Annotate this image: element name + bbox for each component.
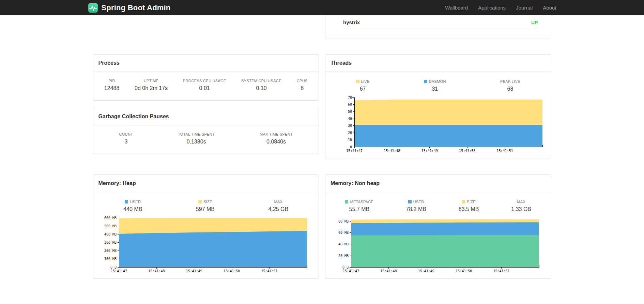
svg-text:500 MB: 500 MB (104, 224, 116, 228)
metric-label: CPUS (297, 79, 308, 83)
used-swatch-icon (408, 200, 412, 203)
nav-item-applications[interactable]: Applications (473, 0, 511, 15)
svg-text:40: 40 (348, 117, 352, 121)
legend-value: 31 (424, 86, 446, 92)
metric-value: 0.1380s (178, 139, 215, 145)
legend-item-max: MAX 4.25 GB (269, 200, 289, 212)
svg-text:15:41:51: 15:41:51 (261, 269, 277, 273)
daemon-swatch-icon (424, 80, 427, 83)
used-swatch-icon (125, 200, 128, 203)
metric-system-cpu-usage: SYSTEM CPU USAGE 0.10 (241, 79, 281, 91)
metric-uptime: UPTIME 0d 0h 2m 17s (135, 79, 168, 91)
legend-item-used: USED 78.2 MB (406, 200, 426, 212)
memory-heap-panel: Memory: Heap USED 440 MB SIZE 597 MB MAX… (93, 174, 319, 278)
svg-text:15:41:48: 15:41:48 (380, 269, 397, 273)
process-panel: Process PID 12488 UPTIME 0d 0h 2m 17s PR… (93, 54, 319, 101)
heap-legend: USED 440 MB SIZE 597 MB MAX 4.25 GB (93, 192, 319, 212)
svg-text:80 MB: 80 MB (338, 219, 349, 223)
svg-text:200 MB: 200 MB (104, 249, 116, 253)
legend-label: USED (123, 200, 142, 204)
brand-link[interactable]: Spring Boot Admin (88, 3, 171, 13)
heap-chart: 0 B100 MB200 MB300 MB400 MB500 MB600 MB1… (98, 215, 310, 275)
svg-text:40 MB: 40 MB (338, 242, 349, 246)
empty-column (93, 15, 319, 38)
legend-item-max: MAX 1.33 GB (511, 200, 531, 212)
threads-legend: LIVE 67 DAEMON 31 PEAK LIVE 68 (325, 72, 551, 92)
svg-text:15:41:47: 15:41:47 (343, 269, 359, 273)
metric-value: 0.01 (183, 85, 226, 91)
metric-value: 3 (119, 139, 133, 145)
nav-item-wallboard[interactable]: Wallboard (440, 0, 473, 15)
threads-chart: 01020304050607015:41:4715:41:4815:41:491… (334, 95, 545, 154)
threads-chart-wrap: 01020304050607015:41:4715:41:4815:41:491… (325, 92, 551, 158)
svg-text:20: 20 (348, 131, 352, 135)
metric-gc-count: COUNT 3 (119, 132, 133, 145)
svg-text:15:41:47: 15:41:47 (110, 269, 127, 273)
gc-panel: Garbage Collection Pauses COUNT 3 TOTAL … (93, 108, 319, 154)
metric-value: 12488 (104, 85, 120, 91)
svg-text:70: 70 (348, 96, 352, 100)
metric-label: PID (104, 79, 120, 83)
metric-label: MAX TIME SPENT (260, 132, 293, 136)
threads-panel: Threads LIVE 67 DAEMON 31 PEAK LIVE 68 (325, 54, 551, 158)
memory-heap-panel-title: Memory: Heap (93, 175, 319, 192)
svg-text:0 B: 0 B (342, 265, 349, 269)
legend-item-live: LIVE 67 (356, 79, 370, 92)
metric-gc-total-time: TOTAL TIME SPENT 0.1380s (178, 132, 215, 145)
svg-text:30: 30 (348, 124, 352, 127)
svg-text:15:41:49: 15:41:49 (421, 149, 438, 153)
nonheap-legend: METASPACE 55.7 MB USED 78.2 MB SIZE 83.5… (325, 192, 551, 212)
legend-value: 1.33 GB (511, 206, 531, 212)
legend-label: USED (406, 200, 426, 204)
status-badge: UP (531, 20, 538, 25)
legend-item-size: SIZE 83.5 MB (459, 200, 479, 212)
gc-metrics: COUNT 3 TOTAL TIME SPENT 0.1380s MAX TIM… (93, 125, 319, 154)
svg-text:300 MB: 300 MB (104, 241, 116, 244)
nonheap-chart: 0 B20 MB40 MB60 MB80 MB15:41:4715:41:481… (331, 215, 542, 275)
svg-text:0 B: 0 B (110, 265, 116, 269)
metaspace-swatch-icon (345, 200, 348, 203)
svg-text:15:41:51: 15:41:51 (497, 149, 513, 153)
health-row-hystrix: hystrix UP (343, 19, 538, 29)
metric-value: 0d 0h 2m 17s (135, 85, 168, 91)
nav-links: Wallboard Applications Journal About (440, 0, 556, 15)
navbar: Spring Boot Admin Wallboard Applications… (0, 0, 644, 15)
memory-nonheap-panel: Memory: Non heap METASPACE 55.7 MB USED … (325, 174, 551, 278)
legend-value: 55.7 MB (345, 206, 373, 212)
svg-text:15:41:49: 15:41:49 (186, 269, 202, 273)
brand-logo-icon (88, 3, 98, 13)
size-swatch-icon (198, 200, 202, 203)
svg-text:100 MB: 100 MB (104, 257, 116, 261)
size-swatch-icon (462, 200, 465, 203)
legend-value: 83.5 MB (459, 206, 479, 212)
legend-item-daemon: DAEMON 31 (424, 79, 446, 92)
legend-label: SIZE (459, 200, 479, 204)
nonheap-chart-wrap: 0 B20 MB40 MB60 MB80 MB15:41:4715:41:481… (325, 212, 551, 278)
metric-value: 8 (297, 85, 308, 91)
process-panel-title: Process (93, 55, 319, 72)
metric-cpus: CPUS 8 (297, 79, 308, 91)
live-swatch-icon (356, 80, 359, 83)
svg-text:10: 10 (348, 138, 352, 142)
metric-label: PROCESS CPU USAGE (183, 79, 226, 83)
metric-label: TOTAL TIME SPENT (178, 132, 215, 136)
svg-text:15:41:49: 15:41:49 (418, 269, 434, 273)
legend-label: MAX (511, 200, 531, 204)
svg-text:20 MB: 20 MB (338, 254, 349, 258)
legend-value: 67 (356, 86, 370, 92)
metric-label: UPTIME (135, 79, 168, 83)
legend-label: MAX (269, 200, 289, 204)
metric-gc-max-time: MAX TIME SPENT 0.0840s (260, 132, 293, 145)
svg-text:15:41:50: 15:41:50 (224, 269, 240, 273)
legend-value: 68 (500, 86, 520, 92)
brand-title: Spring Boot Admin (102, 3, 171, 12)
heap-chart-wrap: 0 B100 MB200 MB300 MB400 MB500 MB600 MB1… (93, 212, 319, 278)
legend-label: LIVE (356, 79, 370, 83)
metric-value: 0.10 (241, 85, 281, 91)
nav-item-journal[interactable]: Journal (511, 0, 538, 15)
nav-item-about[interactable]: About (538, 0, 556, 15)
svg-text:400 MB: 400 MB (104, 232, 116, 236)
threads-panel-title: Threads (325, 55, 551, 72)
metric-process-cpu-usage: PROCESS CPU USAGE 0.01 (183, 79, 226, 91)
svg-text:15:41:47: 15:41:47 (346, 149, 363, 153)
